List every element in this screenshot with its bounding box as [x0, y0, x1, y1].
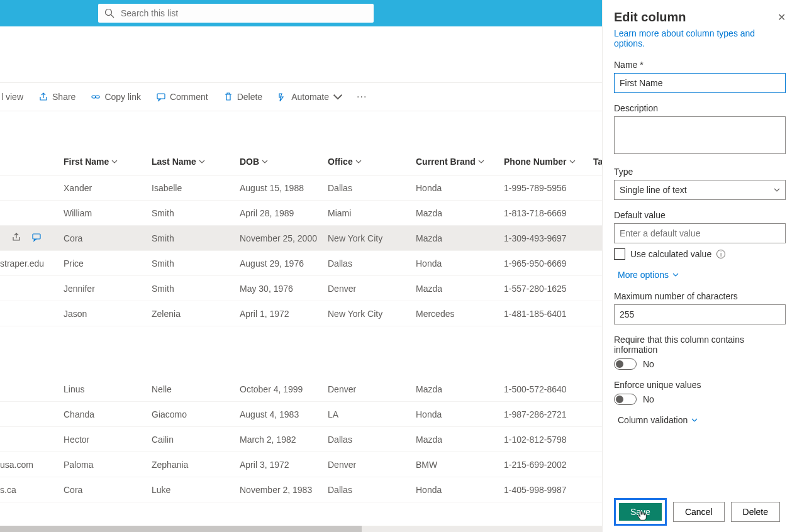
col-phone[interactable]: Phone Number — [504, 157, 576, 167]
cell-brand: Mazda — [416, 208, 442, 218]
cell-first-name: Paloma — [64, 460, 93, 470]
cell-dob: August 29, 1976 — [240, 258, 304, 269]
cell-last-name: Zephania — [152, 460, 188, 470]
automate-button[interactable]: Automate — [271, 83, 349, 111]
cell-office: Dallas — [328, 435, 352, 445]
max-chars-label: Maximum number of characters — [614, 291, 786, 301]
chevron-down-icon — [774, 187, 780, 193]
share-icon[interactable] — [11, 232, 21, 242]
cell-last-name: Smith — [152, 208, 174, 218]
unique-values-label: Enforce unique values — [614, 380, 786, 390]
edit-column-panel: Edit column ✕ Learn more about column ty… — [602, 0, 797, 532]
delete-button[interactable]: Delete — [217, 83, 269, 111]
name-input[interactable] — [614, 73, 786, 93]
info-icon[interactable]: i — [716, 250, 725, 258]
copy-link-button[interactable]: Copy link — [84, 83, 147, 111]
cell-brand: Honda — [416, 183, 442, 193]
cell-dob: April 28, 1989 — [240, 208, 294, 218]
type-select[interactable]: Single line of text — [614, 180, 786, 200]
column-validation-expander[interactable]: Column validation — [618, 415, 786, 425]
cell-dob: August 15, 1988 — [240, 183, 304, 193]
cell-dob: August 4, 1983 — [240, 409, 299, 419]
cell-phone: 1-813-718-6669 — [504, 208, 567, 218]
unique-values-state: No — [643, 394, 654, 404]
cell-first-name: Linus — [64, 384, 84, 394]
focus-ring: Save — [614, 498, 667, 526]
scrollbar-thumb[interactable] — [0, 526, 362, 532]
cell-brand: BMW — [416, 460, 437, 470]
unique-values-toggle[interactable] — [614, 394, 637, 405]
learn-more-link[interactable]: Learn more about column types and option… — [614, 28, 786, 48]
default-value-label: Default value — [614, 210, 786, 220]
svg-point-0 — [106, 9, 112, 16]
grid-view-button[interactable]: l view — [0, 83, 30, 111]
horizontal-scrollbar[interactable] — [0, 526, 603, 532]
email-fragment: straper.edu — [0, 258, 44, 269]
cell-brand: Honda — [416, 258, 442, 269]
close-icon[interactable]: ✕ — [777, 11, 786, 23]
save-button[interactable]: Save — [618, 502, 663, 522]
cell-brand: Mazda — [416, 284, 442, 294]
col-office[interactable]: Office — [328, 157, 362, 167]
comment-icon[interactable] — [31, 232, 42, 242]
cell-office: LA — [328, 409, 338, 419]
cell-phone: 1-405-998-9987 — [504, 485, 567, 495]
cell-last-name: Cailin — [152, 435, 174, 445]
cell-first-name: Jennifer — [64, 284, 95, 294]
calculated-value-checkbox[interactable] — [614, 248, 625, 260]
svg-rect-5 — [33, 234, 40, 239]
chevron-down-icon — [672, 272, 679, 278]
cell-dob: November 25, 2000 — [240, 233, 317, 243]
col-first-name[interactable]: First Name — [64, 157, 118, 167]
col-last-name[interactable]: Last Name — [152, 157, 205, 167]
cell-office: Dallas — [328, 183, 352, 193]
max-chars-input[interactable] — [614, 304, 786, 324]
comment-icon — [156, 92, 166, 102]
require-info-toggle[interactable] — [614, 358, 637, 370]
email-fragment: s.ca — [0, 485, 16, 495]
cell-last-name: Luke — [152, 485, 170, 495]
svg-rect-2 — [92, 96, 96, 98]
cell-last-name: Giacomo — [152, 409, 187, 419]
flow-icon — [277, 92, 287, 102]
cell-office: New York City — [328, 233, 382, 243]
comment-button[interactable]: Comment — [150, 83, 215, 111]
delete-column-button[interactable]: Delete — [731, 502, 780, 522]
type-label: Type — [614, 167, 786, 177]
col-dob[interactable]: DOB — [240, 157, 268, 167]
cell-first-name: Cora — [64, 233, 82, 243]
cell-brand: Mercedes — [416, 309, 454, 319]
cell-brand: Mazda — [416, 384, 442, 394]
col-current-brand[interactable]: Current Brand — [416, 157, 484, 167]
cancel-button[interactable]: Cancel — [673, 502, 725, 522]
chevron-down-icon — [111, 158, 118, 165]
cell-last-name: Smith — [152, 258, 174, 269]
chevron-down-icon — [691, 417, 698, 423]
more-actions-button[interactable]: ··· — [352, 91, 372, 103]
panel-footer: Save Cancel Delete — [614, 497, 786, 532]
share-button[interactable]: Share — [32, 83, 82, 111]
require-info-state: No — [643, 359, 654, 369]
description-label: Description — [614, 103, 786, 113]
cell-office: Dallas — [328, 258, 352, 269]
cell-first-name: Jason — [64, 309, 87, 319]
search-box[interactable] — [98, 4, 374, 23]
cell-brand: Honda — [416, 485, 442, 495]
cell-office: Denver — [328, 460, 356, 470]
panel-title: Edit column — [614, 10, 686, 25]
more-options-expander[interactable]: More options — [618, 270, 786, 280]
search-input[interactable] — [121, 8, 367, 18]
cell-dob: October 4, 1999 — [240, 384, 303, 394]
cell-phone: 1-215-699-2002 — [504, 460, 567, 470]
cell-brand: Mazda — [416, 233, 442, 243]
description-textarea[interactable] — [614, 116, 786, 154]
share-icon — [38, 92, 48, 102]
cell-office: Denver — [328, 384, 356, 394]
cell-last-name: Isabelle — [152, 183, 182, 193]
svg-rect-3 — [96, 96, 99, 98]
chevron-down-icon — [199, 158, 205, 165]
cell-phone: 1-965-950-6669 — [504, 258, 567, 269]
cell-last-name: Smith — [152, 284, 174, 294]
name-label: Name * — [614, 60, 786, 70]
default-value-input[interactable] — [614, 223, 786, 243]
